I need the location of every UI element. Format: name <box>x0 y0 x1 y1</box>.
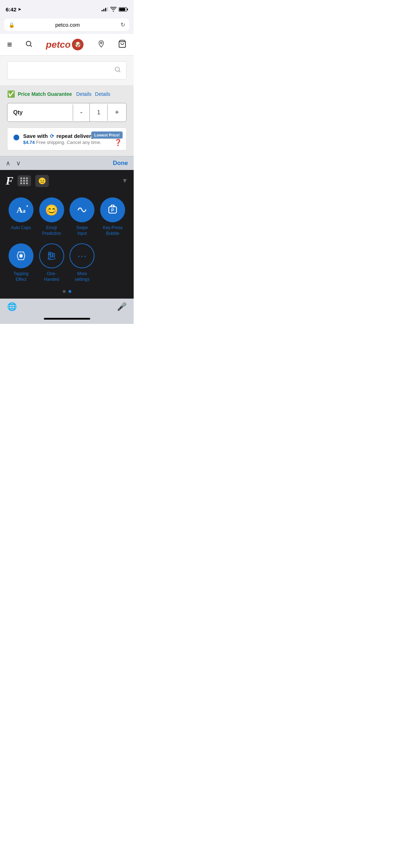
globe-icon[interactable]: 🌐 <box>7 302 17 311</box>
save-radio-button[interactable]: ⬤ <box>13 134 20 140</box>
auto-caps-label: Auto Caps <box>11 225 31 231</box>
nav-down-arrow[interactable]: ∨ <box>16 159 21 167</box>
tapping-effect-icon <box>15 249 27 262</box>
cart-icon[interactable] <box>118 40 127 50</box>
search-input-box[interactable] <box>7 61 127 79</box>
svg-line-10 <box>119 71 120 72</box>
svg-text:P: P <box>111 208 114 213</box>
save-subtext: Free shipping. Cancel any time. <box>36 140 101 145</box>
search-section <box>0 56 134 85</box>
svg-rect-20 <box>51 253 52 257</box>
auto-caps-circle: A a ✦ <box>9 197 34 222</box>
qty-increment-button[interactable]: + <box>108 103 126 122</box>
search-icon <box>114 66 121 75</box>
keyboard-down-arrow[interactable]: ▼ <box>122 177 128 185</box>
key-press-bubble-icon: P P <box>106 203 119 216</box>
settings-item-auto-caps[interactable]: A a ✦ Auto Caps <box>6 194 36 240</box>
price-match-details-1[interactable]: Details <box>76 91 92 97</box>
signal-bar-4 <box>107 7 108 11</box>
svg-rect-1 <box>127 9 128 10</box>
emoji-prediction-label: Emoji Prediction <box>42 225 61 236</box>
qty-box: Qty - 1 + <box>7 103 127 122</box>
qty-decrement-button[interactable]: - <box>73 103 90 122</box>
nav-done-button[interactable]: Done <box>113 160 128 167</box>
nav-up-arrow[interactable]: ∧ <box>6 159 10 167</box>
hamburger-icon[interactable]: ≡ <box>7 40 12 50</box>
swipe-input-icon <box>76 203 88 216</box>
tapping-effect-circle <box>9 243 34 268</box>
key-press-bubble-circle: P P <box>100 197 125 222</box>
dot-1[interactable] <box>63 290 66 293</box>
svg-text:🐶: 🐶 <box>74 41 82 48</box>
swipe-input-circle <box>70 197 94 222</box>
wifi-icon <box>110 7 117 12</box>
keyboard-bottom-bar: 🌐 🎤 <box>0 299 134 315</box>
microphone-icon[interactable]: 🎤 <box>117 302 127 311</box>
save-section: ⬤ Save with ⟳ repeat delivery $4.74 Free… <box>0 128 134 156</box>
qty-value: 1 <box>90 104 108 121</box>
svg-rect-21 <box>53 253 55 257</box>
settings-item-key-press-bubble[interactable]: P P Key-Press Bubble <box>97 194 128 240</box>
petco-logo[interactable]: petco 🐶 <box>46 38 84 51</box>
time-display: 6:42 <box>6 6 16 12</box>
status-bar: 6:42 ➤ <box>0 0 134 16</box>
keyboard-area: F 😐 ▼ A a ✦ Auto Caps <box>0 170 134 299</box>
more-settings-label: More settings <box>75 271 89 282</box>
one-handed-label: One- Handed <box>44 271 59 282</box>
website-header: ≡ petco 🐶 <box>0 34 134 56</box>
more-settings-icon: ··· <box>77 250 87 262</box>
settings-item-one-handed[interactable]: One- Handed <box>36 240 67 286</box>
lowest-price-badge: Lowest Price! <box>91 131 123 139</box>
settings-item-more-settings[interactable]: ··· More settings <box>67 240 98 286</box>
signal-bar-3 <box>105 8 106 11</box>
emoji-prediction-circle: 😊 <box>39 197 64 222</box>
keyboard-nav-bar: ∧ ∨ Done <box>0 156 134 170</box>
dots-indicator <box>0 286 134 299</box>
price-match-details-2[interactable]: Details <box>95 91 110 97</box>
font-icon: F <box>6 174 13 187</box>
home-indicator <box>0 315 134 324</box>
settings-item-swipe-input[interactable]: Swipe Input <box>67 194 98 240</box>
search-icon-nav[interactable] <box>25 40 33 50</box>
keyboard-grid-button[interactable] <box>17 175 31 186</box>
price-match-text: Price Match Guarantee <box>18 91 72 97</box>
svg-line-4 <box>31 45 32 47</box>
settings-item-tapping-effect[interactable]: Tapping Effect <box>6 240 36 286</box>
location-arrow-icon: ➤ <box>18 7 21 12</box>
lock-icon: 🔒 <box>9 22 15 28</box>
signal-bar-2 <box>103 9 104 11</box>
tapping-effect-label: Tapping Effect <box>14 271 29 282</box>
price-match-section: ✅ Price Match Guarantee Details Details <box>0 85 134 103</box>
save-text: Save with <box>23 133 48 139</box>
one-handed-circle <box>39 243 64 268</box>
home-bar <box>44 318 90 320</box>
help-icon[interactable]: ❓ <box>114 139 122 146</box>
url-text[interactable]: petco.com <box>17 22 118 28</box>
key-press-bubble-label: Key-Press Bubble <box>103 225 122 236</box>
svg-rect-2 <box>119 8 125 11</box>
settings-item-empty <box>97 240 128 286</box>
url-bar-container: 🔒 petco.com ↻ <box>0 16 134 34</box>
svg-point-3 <box>26 41 31 46</box>
location-icon[interactable] <box>97 40 105 49</box>
grid-icon <box>20 177 28 184</box>
keyboard-top-bar: F 😐 ▼ <box>0 170 134 190</box>
svg-text:P: P <box>112 205 114 208</box>
price-match-check-icon: ✅ <box>7 90 15 98</box>
settings-item-emoji-prediction[interactable]: 😊 Emoji Prediction <box>36 194 67 240</box>
settings-row-2: Tapping Effect One- Handed ··· More sett… <box>0 240 134 286</box>
signal-bars <box>102 7 108 11</box>
url-bar[interactable]: 🔒 petco.com ↻ <box>4 19 129 31</box>
status-icons <box>102 7 128 12</box>
swipe-input-label: Swipe Input <box>76 225 88 236</box>
qty-label: Qty <box>7 104 73 121</box>
petco-dog-icon: 🐶 <box>71 38 84 51</box>
signal-bar-1 <box>102 10 103 11</box>
save-box: ⬤ Save with ⟳ repeat delivery $4.74 Free… <box>7 128 127 150</box>
dot-2[interactable] <box>68 290 71 293</box>
keyboard-emoji-button[interactable]: 😐 <box>35 175 49 187</box>
more-settings-circle: ··· <box>70 243 94 268</box>
emoji-icon: 😐 <box>38 177 46 185</box>
reload-icon[interactable]: ↻ <box>120 21 125 28</box>
save-subtitle: $4.74 Free shipping. Cancel any time. <box>23 140 120 145</box>
